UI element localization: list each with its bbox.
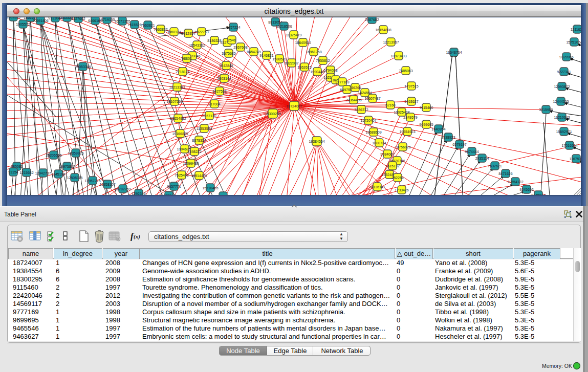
- svg-text:6794028: 6794028: [323, 69, 337, 72]
- svg-text:14099489: 14099489: [183, 162, 199, 165]
- svg-text:9245812: 9245812: [531, 193, 545, 195]
- svg-text:16782759: 16782759: [115, 187, 130, 191]
- svg-text:10688609: 10688609: [365, 130, 381, 134]
- svg-text:1023145: 1023145: [162, 194, 176, 195]
- svg-text:93154: 93154: [8, 170, 18, 174]
- svg-text:12942737: 12942737: [35, 171, 51, 175]
- svg-text:18724007: 18724007: [286, 104, 302, 108]
- svg-text:15718465: 15718465: [202, 186, 218, 190]
- svg-text:10654122: 10654122: [507, 180, 523, 184]
- svg-text:1322753: 1322753: [194, 30, 208, 34]
- svg-text:17957275: 17957275: [84, 179, 100, 183]
- svg-text:2849579: 2849579: [403, 116, 417, 119]
- svg-text:9474444: 9474444: [465, 150, 478, 154]
- svg-text:15751074: 15751074: [566, 40, 581, 44]
- svg-text:16648764: 16648764: [446, 51, 462, 54]
- svg-text:16107553: 16107553: [166, 100, 182, 103]
- svg-text:9227341: 9227341: [557, 70, 571, 74]
- svg-text:1733426: 1733426: [395, 188, 408, 192]
- svg-text:16961758: 16961758: [306, 50, 321, 54]
- svg-text:8322037: 8322037: [285, 61, 298, 65]
- svg-text:7485063: 7485063: [399, 69, 412, 73]
- svg-text:9245652: 9245652: [519, 188, 533, 191]
- svg-text:16210643: 16210643: [554, 116, 570, 119]
- svg-text:18640910: 18640910: [295, 41, 311, 45]
- svg-text:2803144: 2803144: [217, 77, 231, 80]
- svg-text:11325419: 11325419: [286, 33, 302, 37]
- svg-text:2935114: 2935114: [475, 157, 489, 160]
- svg-text:8427532: 8427532: [212, 90, 226, 93]
- svg-text:18300295: 18300295: [265, 112, 280, 116]
- svg-text:746266: 746266: [349, 86, 361, 90]
- svg-text:9463627: 9463627: [404, 100, 418, 103]
- svg-text:8471626: 8471626: [498, 172, 512, 176]
- svg-text:9329966: 9329966: [559, 55, 573, 59]
- svg-text:9777169: 9777169: [335, 80, 349, 84]
- svg-text:19218506: 19218506: [276, 25, 292, 28]
- svg-text:1292346: 1292346: [132, 192, 145, 195]
- svg-text:9084067: 9084067: [380, 152, 394, 156]
- svg-text:8267130: 8267130: [202, 114, 216, 118]
- svg-text:1211637: 1211637: [571, 28, 581, 31]
- svg-text:2546: 2546: [228, 38, 236, 42]
- svg-text:7625402: 7625402: [175, 173, 188, 177]
- svg-text:14136141: 14136141: [369, 185, 385, 189]
- svg-text:3960124: 3960124: [167, 30, 181, 34]
- svg-text:1527602: 1527602: [71, 17, 85, 20]
- svg-text:12093872: 12093872: [554, 85, 570, 89]
- svg-text:7955812: 7955812: [316, 59, 330, 62]
- svg-text:1440954: 1440954: [431, 127, 445, 131]
- svg-text:1292346: 1292346: [216, 194, 230, 195]
- svg-text:8912954: 8912954: [181, 32, 195, 35]
- svg-text:10756928: 10756928: [395, 145, 410, 149]
- svg-text:8186328: 8186328: [207, 39, 221, 42]
- svg-text:3675685: 3675685: [222, 52, 235, 55]
- svg-text:20691406: 20691406: [32, 19, 48, 23]
- svg-text:1167533: 1167533: [570, 157, 581, 161]
- svg-text:10719155: 10719155: [99, 18, 115, 21]
- svg-text:9115460: 9115460: [420, 106, 433, 110]
- svg-text:3215955: 3215955: [539, 108, 553, 112]
- svg-text:4498222: 4498222: [187, 150, 201, 154]
- svg-text:7357224: 7357224: [226, 26, 240, 29]
- svg-text:16154808: 16154808: [375, 28, 391, 32]
- svg-text:98801: 98801: [182, 57, 192, 60]
- svg-text:20364436: 20364436: [345, 98, 361, 102]
- svg-text:19654982: 19654982: [170, 117, 186, 120]
- svg-text:7663822: 7663822: [154, 28, 167, 31]
- svg-text:1362615: 1362615: [297, 65, 311, 69]
- svg-text:9699695: 9699695: [419, 123, 433, 126]
- svg-text:10973493: 10973493: [390, 54, 406, 58]
- svg-text:2718176: 2718176: [176, 70, 189, 74]
- svg-text:1880724: 1880724: [372, 141, 386, 145]
- svg-text:8454749: 8454749: [247, 50, 260, 54]
- svg-text:17016504: 17016504: [561, 144, 577, 147]
- svg-text:1624554: 1624554: [358, 91, 372, 95]
- svg-text:12213383: 12213383: [169, 85, 185, 89]
- svg-text:19384554: 19384554: [309, 140, 324, 143]
- svg-text:2867608: 2867608: [233, 46, 247, 49]
- svg-text:17359926: 17359926: [68, 151, 83, 155]
- svg-text:1905572: 1905572: [16, 23, 30, 26]
- svg-text:9242848: 9242848: [219, 64, 233, 68]
- svg-text:12444155: 12444155: [553, 100, 569, 103]
- svg-text:19975867: 19975867: [59, 165, 75, 168]
- svg-text:1145194: 1145194: [52, 172, 66, 176]
- svg-text:7663821: 7663821: [141, 24, 155, 27]
- svg-text:15692971: 15692971: [556, 130, 572, 134]
- svg-text:7386372: 7386372: [354, 108, 368, 112]
- svg-text:12505115: 12505115: [67, 176, 83, 180]
- svg-text:8878334: 8878334: [192, 139, 206, 142]
- svg-text:1797515: 1797515: [404, 84, 418, 88]
- svg-text:2087682: 2087682: [365, 18, 379, 21]
- svg-text:1215682: 1215682: [19, 171, 33, 174]
- svg-text:6579197: 6579197: [452, 143, 466, 146]
- svg-text:9146821: 9146821: [259, 54, 273, 57]
- svg-text:2109553: 2109553: [7, 17, 20, 19]
- svg-text:29053346: 29053346: [75, 65, 91, 69]
- svg-text:7632621: 7632621: [488, 164, 502, 168]
- svg-text:15720407: 15720407: [360, 119, 376, 122]
- svg-text:1588520: 1588520: [272, 57, 286, 61]
- svg-text:26206556: 26206556: [46, 154, 61, 157]
- svg-text:16543362: 16543362: [189, 43, 205, 47]
